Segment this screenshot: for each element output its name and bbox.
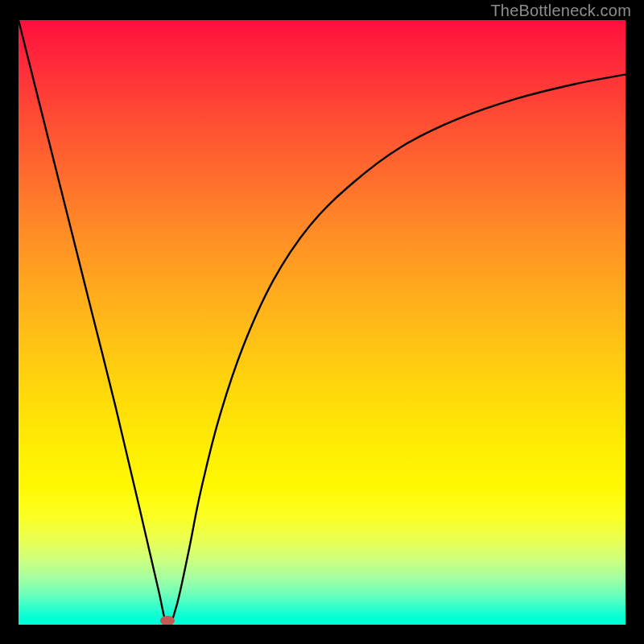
minimum-marker xyxy=(160,616,175,625)
chart-frame: TheBottleneck.com xyxy=(0,0,644,644)
watermark-text: TheBottleneck.com xyxy=(490,2,631,20)
plot-area xyxy=(19,20,625,625)
curve-path xyxy=(19,20,625,625)
bottleneck-curve xyxy=(19,20,625,625)
